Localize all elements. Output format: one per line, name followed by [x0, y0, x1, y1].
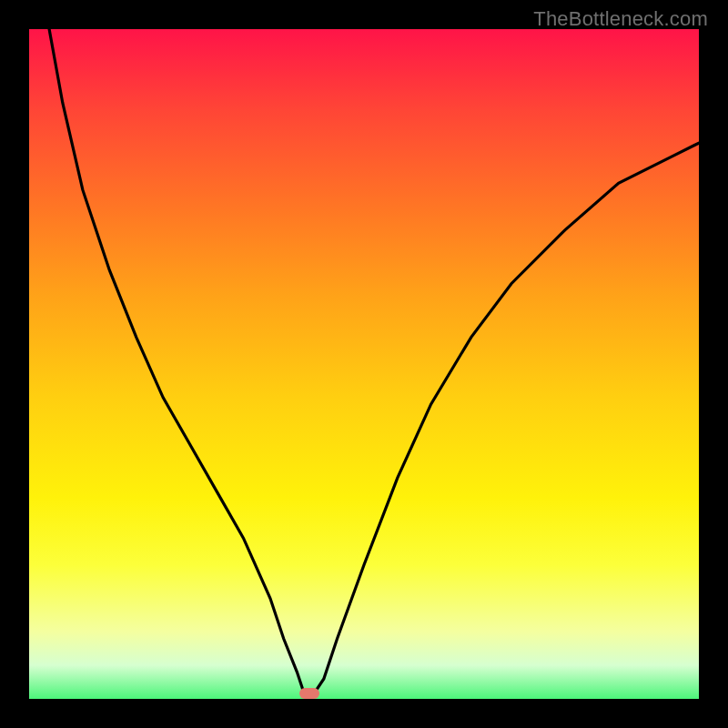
chart-frame: TheBottleneck.com [0, 0, 728, 728]
optimal-marker [299, 688, 319, 699]
plot-background [29, 29, 699, 699]
watermark-text: TheBottleneck.com [533, 7, 708, 31]
